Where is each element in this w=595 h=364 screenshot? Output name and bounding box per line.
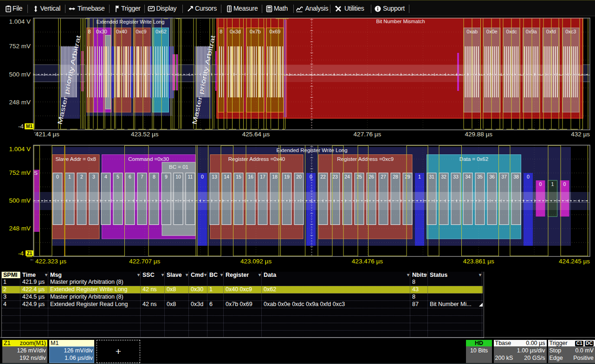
svg-text:0xdc: 0xdc — [506, 29, 517, 34]
svg-text:34: 34 — [465, 174, 471, 179]
svg-text:7: 7 — [141, 174, 143, 179]
svg-text:26: 26 — [369, 174, 374, 179]
svg-text:Extended Register Write Long: Extended Register Write Long — [97, 19, 165, 25]
svg-text:500 mV: 500 mV — [9, 71, 31, 78]
svg-text:25: 25 — [356, 174, 362, 179]
svg-text:1: 1 — [418, 174, 421, 179]
svg-text:429.88 µs: 429.88 µs — [465, 131, 492, 138]
svg-text:1.004 V: 1.004 V — [9, 18, 31, 25]
svg-text:0x9a: 0x9a — [526, 29, 537, 34]
svg-text:0xc9: 0xc9 — [136, 29, 146, 34]
svg-text:0: 0 — [310, 174, 312, 179]
svg-text:29: 29 — [405, 174, 410, 179]
svg-text:37: 37 — [501, 174, 507, 179]
svg-text:0: 0 — [56, 174, 59, 179]
svg-text:M1: M1 — [26, 124, 32, 129]
svg-text:4: 4 — [104, 174, 107, 179]
svg-text:35: 35 — [477, 174, 483, 179]
svg-text:0x30: 0x30 — [96, 29, 107, 34]
svg-text:Z1: Z1 — [27, 251, 32, 256]
svg-text:0x40: 0x40 — [116, 29, 127, 34]
svg-text:24: 24 — [344, 174, 350, 179]
svg-text:0xc3: 0xc3 — [565, 29, 576, 34]
svg-text:0xfd: 0xfd — [546, 29, 556, 34]
svg-text:BC = 01: BC = 01 — [169, 164, 188, 170]
svg-text:0x7b: 0x7b — [250, 29, 261, 34]
svg-text:22: 22 — [320, 174, 326, 179]
svg-text:31: 31 — [429, 174, 434, 179]
svg-text:423.476 µs: 423.476 µs — [352, 258, 383, 265]
svg-text:23: 23 — [332, 174, 338, 179]
svg-text:16: 16 — [248, 174, 253, 179]
svg-text:Extended Register Write Long: Extended Register Write Long — [276, 147, 347, 153]
svg-text:28: 28 — [393, 174, 398, 179]
svg-text:5: 5 — [116, 174, 119, 179]
svg-text:1.004 V: 1.004 V — [9, 146, 31, 153]
svg-text:0: 0 — [539, 181, 542, 187]
svg-text:6: 6 — [129, 174, 131, 179]
svg-text:2: 2 — [80, 174, 83, 179]
svg-text:421.4 µs: 421.4 µs — [35, 131, 59, 138]
svg-text:248 mV: 248 mV — [9, 225, 31, 232]
svg-text:752 mV: 752 mV — [9, 43, 31, 50]
svg-text:9: 9 — [165, 174, 168, 179]
svg-text:8: 8 — [153, 174, 155, 179]
svg-text:248 mV: 248 mV — [9, 99, 31, 106]
svg-text:0x0e: 0x0e — [486, 29, 498, 34]
svg-text:S: S — [34, 170, 38, 176]
svg-text:432 µs: 432 µs — [571, 131, 590, 138]
svg-text:500 mV: 500 mV — [9, 197, 31, 204]
svg-text:17: 17 — [260, 174, 265, 179]
svg-text:32: 32 — [441, 174, 446, 179]
svg-text:10: 10 — [175, 174, 181, 179]
svg-text:0x69: 0x69 — [270, 29, 281, 34]
svg-text:3: 3 — [92, 174, 95, 179]
svg-text:423.092 µs: 423.092 µs — [240, 258, 272, 265]
svg-text:15: 15 — [236, 174, 241, 179]
svg-text:1: 1 — [68, 174, 71, 179]
svg-text:27: 27 — [381, 174, 386, 179]
svg-text:8: 8 — [220, 29, 222, 34]
svg-text:427.76 µs: 427.76 µs — [354, 131, 382, 138]
svg-text:423.861 µs: 423.861 µs — [463, 258, 494, 265]
svg-text:13: 13 — [212, 174, 217, 179]
svg-text:423.52 µs: 423.52 µs — [131, 131, 159, 138]
svg-text:33: 33 — [453, 174, 459, 179]
svg-text:425.64 µs: 425.64 µs — [242, 131, 270, 138]
svg-text:1: 1 — [551, 181, 554, 187]
svg-text:0: 0 — [201, 174, 204, 179]
svg-text:0x3d: 0x3d — [230, 29, 241, 34]
svg-text:422.323 µs: 422.323 µs — [35, 258, 66, 265]
svg-text:8: 8 — [88, 29, 91, 34]
svg-text:38: 38 — [513, 174, 519, 179]
svg-text:18: 18 — [272, 174, 278, 179]
svg-text:20: 20 — [296, 174, 302, 179]
svg-text:←: ← — [33, 129, 39, 134]
svg-text:11: 11 — [188, 174, 193, 179]
svg-text:0x62: 0x62 — [155, 29, 167, 34]
svg-text:422.707 µs: 422.707 µs — [129, 258, 160, 265]
svg-text:36: 36 — [489, 174, 495, 179]
svg-text:424.245 µs: 424.245 µs — [559, 258, 590, 265]
svg-text:19: 19 — [284, 174, 290, 179]
svg-text:0: 0 — [527, 174, 530, 179]
svg-text:14: 14 — [224, 174, 229, 179]
svg-text:0: 0 — [563, 181, 566, 187]
svg-text:752 mV: 752 mV — [9, 169, 31, 176]
svg-text:←: ← — [30, 256, 35, 262]
svg-text:Bit Number Mismatch: Bit Number Mismatch — [376, 19, 425, 24]
svg-text:0xab: 0xab — [466, 29, 478, 34]
